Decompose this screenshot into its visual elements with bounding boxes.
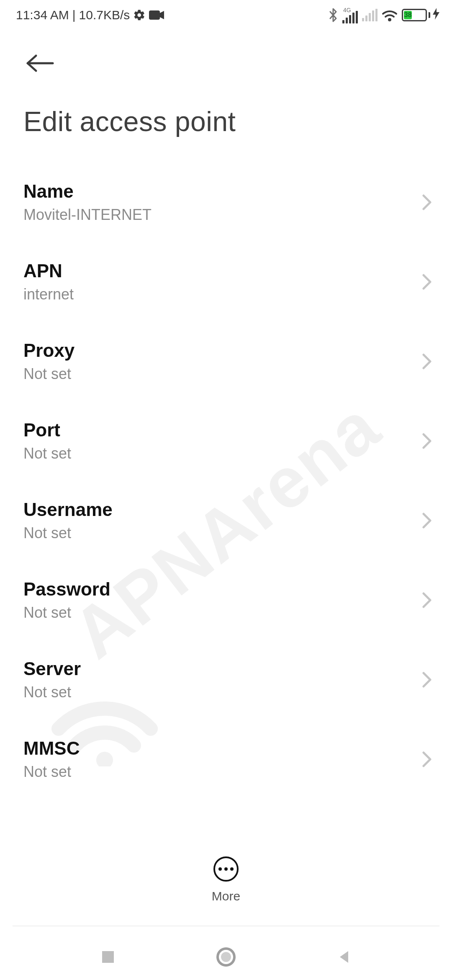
chevron-right-icon — [421, 750, 433, 769]
svg-point-6 — [221, 952, 231, 962]
status-left: 11:34 AM | 10.7KB/s — [16, 8, 164, 22]
chevron-right-icon — [421, 352, 433, 371]
nav-back-button[interactable] — [336, 949, 352, 965]
setting-row-server[interactable]: ServerNot set — [23, 640, 437, 720]
setting-row-port[interactable]: PortNot set — [23, 401, 437, 481]
svg-point-2 — [388, 18, 391, 21]
status-separator: | — [72, 8, 76, 22]
setting-value: Not set — [23, 365, 74, 383]
setting-label: Port — [23, 420, 71, 441]
settings-list: NameMovitel-INTERNETAPNinternetProxyNot … — [0, 162, 452, 787]
page-title: Edit access point — [0, 80, 452, 162]
status-time: 11:34 AM — [16, 8, 69, 22]
setting-row-apn[interactable]: APNinternet — [23, 242, 437, 322]
bottom-divider — [13, 926, 439, 926]
setting-row-name[interactable]: NameMovitel-INTERNET — [23, 162, 437, 242]
svg-rect-4 — [102, 951, 114, 963]
chevron-right-icon — [421, 511, 433, 530]
chevron-right-icon — [421, 273, 433, 291]
arrow-left-icon — [25, 53, 55, 75]
setting-row-proxy[interactable]: ProxyNot set — [23, 322, 437, 401]
chevron-right-icon — [421, 591, 433, 609]
battery-indicator: 38 — [402, 8, 439, 23]
bluetooth-icon — [328, 8, 338, 22]
svg-rect-1 — [149, 10, 160, 20]
nav-home-button[interactable] — [216, 946, 236, 967]
setting-label: Proxy — [23, 340, 74, 361]
setting-label: Username — [23, 499, 113, 520]
setting-label: Name — [23, 181, 152, 202]
nav-recent-button[interactable] — [100, 949, 116, 965]
setting-value: Not set — [23, 604, 110, 622]
setting-value: Not set — [23, 524, 113, 542]
setting-row-mmsc[interactable]: MMSCNot set — [23, 720, 437, 787]
camera-icon — [149, 10, 164, 21]
gear-icon — [133, 9, 146, 21]
chevron-right-icon — [421, 671, 433, 689]
setting-row-password[interactable]: PasswordNot set — [23, 560, 437, 640]
status-net-speed: 10.7KB/s — [79, 8, 130, 22]
setting-value: Not set — [23, 683, 81, 701]
status-bar: 11:34 AM | 10.7KB/s 4G — [0, 0, 452, 30]
setting-label: Password — [23, 579, 110, 600]
setting-value: internet — [23, 286, 74, 303]
setting-label: APN — [23, 260, 74, 281]
setting-value: Not set — [23, 763, 80, 781]
charging-icon — [433, 8, 439, 23]
more-button[interactable]: More — [0, 856, 452, 903]
back-button[interactable] — [23, 47, 57, 80]
more-icon — [213, 856, 239, 882]
setting-label: MMSC — [23, 738, 80, 759]
status-right: 4G 38 — [328, 7, 439, 23]
setting-value: Not set — [23, 445, 71, 462]
setting-value: Movitel-INTERNET — [23, 206, 152, 224]
signal-primary: 4G — [342, 7, 358, 23]
setting-row-username[interactable]: UsernameNot set — [23, 481, 437, 560]
system-navbar — [0, 934, 452, 980]
wifi-icon — [382, 9, 398, 21]
chevron-right-icon — [421, 193, 433, 211]
battery-percent: 38 — [404, 11, 412, 19]
setting-label: Server — [23, 658, 81, 679]
chevron-right-icon — [421, 432, 433, 450]
signal-secondary — [362, 9, 378, 21]
more-label: More — [212, 889, 240, 903]
